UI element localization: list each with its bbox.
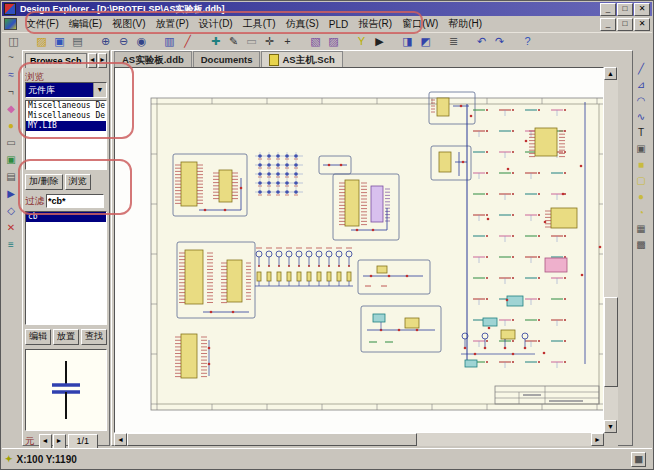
close-button[interactable]: ✕ <box>634 3 650 16</box>
add-remove-button[interactable]: 加/删除 <box>25 174 63 190</box>
wire-icon[interactable]: ╱ <box>179 34 196 49</box>
curve-tool-icon[interactable]: ∿ <box>633 109 650 124</box>
scroll-left-icon[interactable]: ◄ <box>114 433 127 446</box>
zoom-all-icon[interactable]: ◉ <box>133 34 150 49</box>
minimize-button[interactable]: _ <box>600 3 616 16</box>
tools-icon[interactable]: ✚ <box>207 34 224 49</box>
book-components-icon[interactable]: ▧ <box>307 34 324 49</box>
filter-icon[interactable]: Y <box>353 34 370 49</box>
library-item-my-lib[interactable]: MY.LIB <box>26 121 106 131</box>
redo-icon[interactable]: ↷ <box>491 34 508 49</box>
library-item-misc-devices-2[interactable]: Miscellaneous De <box>26 111 106 121</box>
menu-simulate[interactable]: 仿真(S) <box>280 17 323 31</box>
power-port-tool-icon[interactable]: ● <box>2 118 20 134</box>
text-frame-tool-icon[interactable]: ▣ <box>633 141 650 156</box>
menu-pld[interactable]: PLD <box>324 19 353 30</box>
component-list[interactable]: cb <box>25 211 107 325</box>
scroll-down-icon[interactable]: ▼ <box>604 420 617 433</box>
horizontal-scrollbar[interactable]: ◄ ► <box>114 433 604 446</box>
no-erc-tool-icon[interactable]: ✕ <box>2 220 20 236</box>
document-window-icon[interactable] <box>4 18 17 30</box>
bus-tool-icon[interactable]: ≈ <box>2 67 20 83</box>
zoom-in-icon[interactable]: ⊕ <box>97 34 114 49</box>
junction-tool-icon[interactable]: ◆ <box>2 101 20 117</box>
bill-of-materials-icon[interactable]: ≣ <box>445 34 462 49</box>
sheet-symbol-tool-icon[interactable]: ▤ <box>2 169 20 185</box>
rectangle-tool-icon[interactable]: ■ <box>633 157 650 172</box>
ellipse-tool-icon[interactable]: ● <box>633 189 650 204</box>
open-document-icon[interactable]: ▨ <box>33 34 50 49</box>
browse-category-dropdown[interactable]: 元件库 ▼ <box>25 82 107 98</box>
part-prev-icon[interactable]: ◄ <box>39 434 52 449</box>
port-tool-icon[interactable]: ◇ <box>2 203 20 219</box>
filter-input[interactable] <box>46 194 104 208</box>
scroll-right-icon[interactable]: ► <box>591 433 604 446</box>
restore-button[interactable]: □ <box>617 3 633 16</box>
zoom-out-icon[interactable]: ⊖ <box>115 34 132 49</box>
edit-button[interactable]: 编辑 <box>25 329 51 345</box>
ic-part-tool-icon[interactable]: ▣ <box>2 152 20 168</box>
main-toolbar: ◫▨▣▤⊕⊖◉▥╱✚✎▭✛+▧▨Y▶◨◩≣↶↷? <box>2 32 652 49</box>
doc-minimize-button[interactable]: _ <box>600 18 616 31</box>
horizontal-scroll-thumb[interactable] <box>127 433 417 446</box>
undo-icon[interactable]: ↶ <box>473 34 490 49</box>
move-icon[interactable]: ✛ <box>261 34 278 49</box>
browse-button[interactable]: 浏览 <box>65 174 91 190</box>
print-icon[interactable]: ▤ <box>69 34 86 49</box>
components-icon[interactable]: ▥ <box>161 34 178 49</box>
grid-settings-icon[interactable]: ▦ <box>631 452 646 467</box>
menu-file[interactable]: 文件(F) <box>21 17 64 31</box>
library-buttons: 加/删除 浏览 <box>25 174 107 190</box>
bus-entry-tool-icon[interactable]: ¬ <box>2 84 20 100</box>
menu-window[interactable]: 窗口(W) <box>397 17 443 31</box>
menu-view[interactable]: 视图(V) <box>107 17 150 31</box>
panel-toggle-icon[interactable]: ◫ <box>5 34 22 49</box>
place-button[interactable]: 放置 <box>53 329 79 345</box>
panel-scroll-left-icon[interactable]: ◄ <box>88 53 97 68</box>
text-tool-icon[interactable]: T <box>633 125 650 140</box>
doc-restore-button[interactable]: □ <box>617 18 633 31</box>
component-item-cb[interactable]: cb <box>26 212 106 222</box>
library-manager-icon[interactable]: ◩ <box>417 34 434 49</box>
probe-icon[interactable]: ▶ <box>371 34 388 49</box>
schematic-canvas[interactable] <box>114 67 604 433</box>
menu-tools[interactable]: 工具(T) <box>238 17 281 31</box>
doc-close-button[interactable]: ✕ <box>634 18 650 31</box>
part-browser-icon[interactable]: ◨ <box>399 34 416 49</box>
scroll-up-icon[interactable]: ▲ <box>604 67 617 80</box>
pie-tool-icon[interactable]: ◔ <box>633 205 650 220</box>
chevron-down-icon[interactable]: ▼ <box>93 83 106 97</box>
vertical-scrollbar[interactable]: ▲ ▼ <box>604 67 618 433</box>
library-item-misc-devices-1[interactable]: Miscellaneous De <box>26 101 106 111</box>
menu-reports[interactable]: 报告(R) <box>353 17 397 31</box>
crosshair-icon[interactable]: + <box>279 34 296 49</box>
tab-as-board-ddb[interactable]: AS实验板.ddb <box>114 51 192 67</box>
sheet-entry-tool-icon[interactable]: ▶ <box>2 186 20 202</box>
directive-tool-icon[interactable]: ≡ <box>2 237 20 253</box>
array-paste-tool-icon[interactable]: ▩ <box>633 237 650 252</box>
vertical-scroll-thumb[interactable] <box>604 297 618 387</box>
polyline-tool-icon[interactable]: ⊿ <box>633 77 650 92</box>
panel-scroll-right-icon[interactable]: ► <box>98 53 107 68</box>
graphic-tool-icon[interactable]: ▦ <box>633 221 650 236</box>
menu-help[interactable]: 帮助(H) <box>443 17 487 31</box>
pencil-icon[interactable]: ✎ <box>225 34 242 49</box>
menu-edit[interactable]: 编辑(E) <box>64 17 107 31</box>
library-list[interactable]: Miscellaneous DeMiscellaneous DeMY.LIB <box>25 100 107 170</box>
tab-documents[interactable]: Documents <box>193 51 261 67</box>
menu-design[interactable]: 设计(D) <box>194 17 238 31</box>
save-icon[interactable]: ▣ <box>51 34 68 49</box>
find-button[interactable]: 查找 <box>81 329 107 345</box>
line-tool-icon[interactable]: ╱ <box>633 61 650 76</box>
tab-as-mainboard-sch[interactable]: AS主机.Sch <box>261 51 342 67</box>
help-icon[interactable]: ? <box>519 34 536 49</box>
part-tool-icon[interactable]: ▭ <box>2 135 20 151</box>
rounded-rectangle-tool-icon[interactable]: ▢ <box>633 173 650 188</box>
wire-tool-icon[interactable]: ~ <box>2 50 20 66</box>
selection-icon[interactable]: ▭ <box>243 34 260 49</box>
part-next-icon[interactable]: ► <box>53 434 66 449</box>
book-library-icon[interactable]: ▨ <box>325 34 342 49</box>
tab-browse-sch[interactable]: Browse Sch <box>25 53 87 68</box>
menu-place[interactable]: 放置(P) <box>150 17 193 31</box>
arc-tool-icon[interactable]: ◠ <box>633 93 650 108</box>
